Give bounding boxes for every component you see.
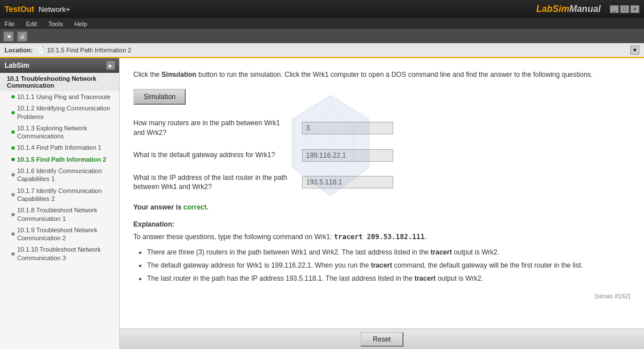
location-dropdown[interactable]: ▼ [630, 46, 639, 55]
toolbar: ◄ 🖨 [0, 30, 644, 43]
sidebar-item-item7[interactable]: 10.1.7 Identify Communication Capabiliti… [0, 185, 119, 205]
content-scroll: Click the Simulation button to run the s… [120, 58, 644, 329]
sidebar-item-item10[interactable]: 10.1.10 Troubleshoot Network Communicati… [0, 244, 119, 264]
sidebar-dot-icon [11, 95, 15, 98]
sidebar-dot-icon [11, 213, 15, 216]
simulation-bold: Simulation [161, 71, 196, 79]
sidebar-item-item2[interactable]: 10.1.2 Identifying Communication Problem… [0, 102, 119, 122]
maximize-button[interactable]: □ [620, 5, 629, 13]
location-label: Location: [5, 47, 33, 54]
app-logo: TestOut [5, 5, 34, 14]
explanation-intro: To answer these questions, type the foll… [133, 233, 630, 241]
sidebar-item-label: 10.1.3 Exploring Network Communications [17, 124, 115, 141]
answer-status: Your answer is correct. [133, 203, 630, 211]
sidebar-header: LabSim ► [0, 58, 119, 73]
sidebar-item-item5[interactable]: 10.1.5 Find Path Information 2 [0, 154, 119, 165]
sidebar-item-item4[interactable]: 10.1.4 Find Path Information 1 [0, 142, 119, 153]
sidebar-item-label: 10.1.8 Troubleshoot Network Communicatio… [17, 206, 115, 223]
sidebar-dot-icon [11, 130, 15, 134]
sidebar-item-item8[interactable]: 10.1.8 Troubleshoot Network Communicatio… [0, 204, 119, 224]
explanation-title: Explanation: [133, 220, 630, 228]
close-button[interactable]: × [630, 5, 639, 13]
simas-ref: [simas #162] [133, 293, 630, 299]
bottom-bar: Reset [120, 329, 644, 349]
title-bar-left: TestOut Network+ [5, 5, 70, 14]
simulation-button[interactable]: Simulation [133, 89, 186, 105]
main-layout: LabSim ► 10.1 Troubleshooting Network Co… [0, 58, 644, 349]
sidebar-section-title[interactable]: 10.1 Troubleshooting Network Communicati… [0, 73, 119, 91]
sidebar-item-label: 10.1.5 Find Path Information 2 [17, 155, 106, 163]
question-block-3: What is the IP address of the last route… [133, 173, 630, 192]
sidebar-dot-icon [11, 158, 15, 161]
sidebar-item-label: 10.1.6 Identify Communication Capabiliti… [17, 167, 115, 183]
reset-button[interactable]: Reset [360, 332, 403, 347]
location-bar: Location: 📄 10.1.5 Find Path Information… [0, 43, 644, 58]
sidebar-dot-icon [11, 111, 15, 114]
answer-input-1[interactable] [302, 122, 393, 134]
sidebar-item-label: 10.1.9 Troubleshoot Network Communicatio… [17, 226, 115, 243]
question-block-1: How many routers are in the path between… [133, 118, 630, 138]
sidebar-item-label: 10.1.7 Identify Communication Capabiliti… [17, 187, 115, 203]
location-text: 10.1.5 Find Path Information 2 [47, 47, 132, 54]
menu-file[interactable]: File [2, 20, 17, 27]
question-block-2: What is the default gateway address for … [133, 149, 630, 162]
question-text-2: What is the default gateway address for … [133, 150, 293, 160]
location-icon: 📄 [36, 46, 45, 54]
explanation-item-3: The last router in the path has the IP a… [147, 274, 630, 284]
menu-help[interactable]: Help [72, 20, 89, 27]
app-name: Network+ [39, 5, 70, 14]
print-icon[interactable]: 🖨 [17, 31, 27, 42]
sidebar-title: LabSim [5, 61, 29, 69]
answer-input-3[interactable] [302, 176, 393, 188]
sidebar-dot-icon [11, 232, 15, 236]
answer-input-2[interactable] [302, 149, 393, 162]
answer-result: correct. [184, 203, 209, 211]
back-icon[interactable]: ◄ [3, 31, 14, 42]
sidebar-item-item9[interactable]: 10.1.9 Troubleshoot Network Communicatio… [0, 224, 119, 244]
minimize-button[interactable]: _ [610, 5, 619, 13]
window-controls[interactable]: _ □ × [610, 5, 639, 13]
sidebar-item-label: 10.1.10 Troubleshoot Network Communicati… [17, 245, 115, 262]
sidebar-item-label: 10.1.4 Find Path Information 1 [17, 143, 101, 151]
sidebar-dot-icon [11, 193, 15, 196]
explanation-item-2: The default gateway address for Wrk1 is … [147, 261, 630, 270]
explanation-command: tracert 209.53.182.111 [334, 233, 425, 241]
sidebar-dot-icon [11, 252, 15, 256]
intro-text: Click the Simulation button to run the s… [133, 69, 630, 80]
location-value: 📄 10.1.5 Find Path Information 2 [36, 46, 627, 54]
questions-container: How many routers are in the path between… [133, 118, 630, 192]
title-bar: TestOut Network+ LabSimManual _ □ × [0, 0, 644, 18]
menu-bar: File Edit Tools Help [0, 18, 644, 30]
sidebar: LabSim ► 10.1 Troubleshooting Network Co… [0, 58, 120, 349]
sidebar-item-item1[interactable]: 10.1.1 Using Ping and Traceroute [0, 91, 119, 102]
sidebar-item-label: 10.1.2 Identifying Communication Problem… [17, 104, 115, 121]
labsim-logo: LabSimManual [536, 4, 601, 14]
sidebar-item-item6[interactable]: 10.1.6 Identify Communication Capabiliti… [0, 165, 119, 185]
content-area: Click the Simulation button to run the s… [120, 58, 644, 349]
explanation-item-1: There are three (3) routers in the path … [147, 248, 630, 257]
sidebar-expand-button[interactable]: ► [107, 61, 115, 69]
sidebar-dot-icon [11, 146, 15, 150]
question-text-1: How many routers are in the path between… [133, 118, 293, 138]
sidebar-items: 10.1.1 Using Ping and Traceroute10.1.2 I… [0, 91, 119, 264]
sidebar-item-item3[interactable]: 10.1.3 Exploring Network Communications [0, 122, 119, 142]
menu-tools[interactable]: Tools [46, 20, 66, 27]
question-text-3: What is the IP address of the last route… [133, 173, 293, 192]
sidebar-item-label: 10.1.1 Using Ping and Traceroute [17, 93, 111, 101]
menu-edit[interactable]: Edit [24, 20, 39, 27]
explanation-list: There are three (3) routers in the path … [133, 248, 630, 283]
sidebar-dot-icon [11, 173, 15, 176]
